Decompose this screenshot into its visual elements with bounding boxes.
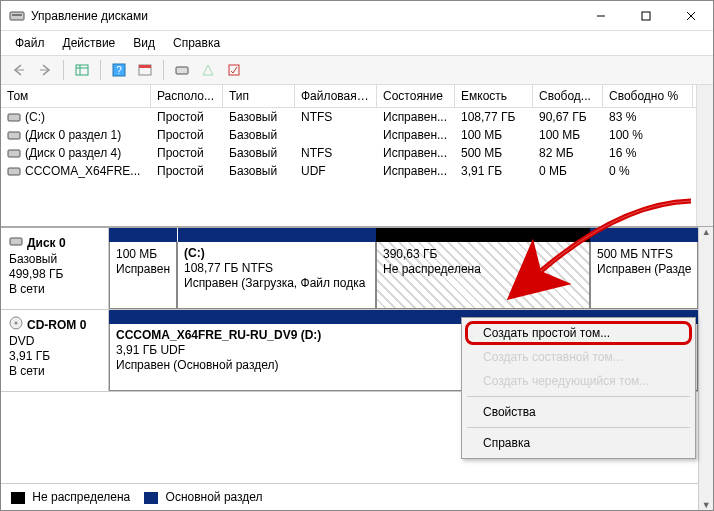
scrollbar[interactable] — [696, 85, 713, 226]
ctx-separator — [467, 396, 690, 397]
col-volume[interactable]: Том — [1, 85, 151, 107]
forward-button[interactable] — [33, 59, 57, 81]
close-button[interactable] — [668, 1, 713, 31]
scrollbar[interactable]: ▲▼ — [698, 227, 713, 510]
action-icon[interactable] — [196, 59, 220, 81]
toolbar-separator — [63, 60, 64, 80]
volume-icon — [7, 128, 21, 142]
partition-unallocated[interactable]: 390,63 ГБ Не распределена — [376, 242, 590, 309]
disk-state: В сети — [9, 282, 100, 296]
svg-rect-14 — [139, 65, 151, 68]
volume-icon — [7, 146, 21, 160]
ctx-help[interactable]: Справка — [465, 431, 692, 455]
col-type[interactable]: Тип — [223, 85, 295, 107]
svg-rect-21 — [10, 238, 22, 245]
cdrom-state: В сети — [9, 364, 100, 378]
ctx-separator — [467, 427, 690, 428]
hdd-icon — [9, 234, 23, 251]
svg-rect-15 — [176, 67, 188, 74]
partition-recovery[interactable]: 500 МБ NTFS Исправен (Разде — [590, 242, 698, 309]
disk-size: 499,98 ГБ — [9, 267, 100, 281]
col-status[interactable]: Состояние — [377, 85, 455, 107]
volume-row[interactable]: CCCOMA_X64FRE...ПростойБазовыйUDFИсправе… — [1, 162, 696, 180]
svg-rect-8 — [76, 65, 88, 75]
partition-0[interactable]: 100 МБ Исправен — [109, 242, 177, 309]
svg-text:?: ? — [116, 65, 122, 76]
volume-row[interactable]: (Диск 0 раздел 1)ПростойБазовыйИсправен.… — [1, 126, 696, 144]
view-list-icon[interactable] — [70, 59, 94, 81]
toolbar-separator — [100, 60, 101, 80]
volume-row[interactable]: (Диск 0 раздел 4)ПростойБазовыйNTFSИспра… — [1, 144, 696, 162]
volume-header-row: Том Располо... Тип Файловая с... Состоян… — [1, 85, 696, 108]
svg-rect-20 — [8, 168, 20, 175]
menu-action[interactable]: Действие — [55, 33, 124, 53]
disk-header-0[interactable]: Диск 0 Базовый 499,98 ГБ В сети — [1, 228, 109, 309]
disk-row-0: Диск 0 Базовый 499,98 ГБ В сети 100 МБ И… — [1, 228, 698, 310]
col-free-pct[interactable]: Свободно % — [603, 85, 693, 107]
partition-c[interactable]: (C:) 108,77 ГБ NTFS Исправен (Загрузка, … — [177, 242, 376, 309]
help-icon[interactable]: ? — [107, 59, 131, 81]
volume-row[interactable]: (C:)ПростойБазовыйNTFSИсправен...108,77 … — [1, 108, 696, 126]
titlebar: Управление дисками — [1, 1, 713, 31]
toolbar: ? — [1, 56, 713, 85]
col-fs[interactable]: Файловая с... — [295, 85, 377, 107]
back-button[interactable] — [7, 59, 31, 81]
disk-header-cdrom[interactable]: CD-ROM 0 DVD 3,91 ГБ В сети — [1, 310, 109, 391]
svg-rect-16 — [229, 65, 239, 75]
volume-list: Том Располо... Тип Файловая с... Состоян… — [1, 85, 713, 227]
minimize-button[interactable] — [578, 1, 623, 31]
menubar: Файл Действие Вид Справка — [1, 31, 713, 56]
legend-primary: Основной раздел — [144, 490, 262, 504]
cdrom-size: 3,91 ГБ — [9, 349, 100, 363]
disk-type: Базовый — [9, 252, 100, 266]
properties-icon[interactable] — [222, 59, 246, 81]
cdrom-type: DVD — [9, 334, 100, 348]
toolbar-separator — [163, 60, 164, 80]
svg-point-23 — [15, 322, 18, 325]
menu-file[interactable]: Файл — [7, 33, 53, 53]
menu-help[interactable]: Справка — [165, 33, 228, 53]
menu-view[interactable]: Вид — [125, 33, 163, 53]
legend-unallocated: Не распределена — [11, 490, 130, 504]
ctx-create-spanned-volume: Создать составной том... — [465, 345, 692, 369]
col-free[interactable]: Свобод... — [533, 85, 603, 107]
cdrom-icon — [9, 316, 23, 333]
ctx-properties[interactable]: Свойства — [465, 400, 692, 424]
context-menu: Создать простой том... Создать составной… — [461, 317, 696, 459]
swatch-black-icon — [11, 492, 25, 504]
maximize-button[interactable] — [623, 1, 668, 31]
disk-icon[interactable] — [170, 59, 194, 81]
disk-title: Диск 0 — [27, 236, 66, 250]
legend: Не распределена Основной раздел — [1, 483, 698, 510]
volume-icon — [7, 164, 21, 178]
window-title: Управление дисками — [31, 9, 578, 23]
volume-icon — [7, 110, 21, 124]
swatch-blue-icon — [144, 492, 158, 504]
view-graphical-icon[interactable] — [133, 59, 157, 81]
svg-rect-17 — [8, 114, 20, 121]
ctx-create-striped-volume: Создать чередующийся том... — [465, 369, 692, 393]
svg-rect-3 — [642, 12, 650, 20]
svg-rect-1 — [12, 14, 22, 16]
col-capacity[interactable]: Емкость — [455, 85, 533, 107]
svg-rect-18 — [8, 132, 20, 139]
col-layout[interactable]: Располо... — [151, 85, 223, 107]
ctx-create-simple-volume[interactable]: Создать простой том... — [465, 321, 692, 345]
app-icon — [9, 8, 25, 24]
svg-rect-19 — [8, 150, 20, 157]
cdrom-title: CD-ROM 0 — [27, 318, 86, 332]
